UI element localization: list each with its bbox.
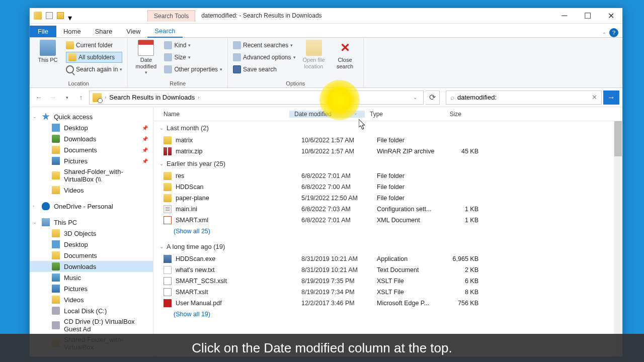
sidebar-item-downloads2[interactable]: Downloads [30, 261, 153, 272]
file-row[interactable]: matrix10/6/2022 1:57 AMFile folder [153, 135, 622, 146]
file-type: File folder [377, 184, 439, 191]
maximize-button[interactable]: ☐ [576, 8, 599, 23]
file-name: matrix.zip [176, 148, 301, 155]
all-subfolders-button[interactable]: All subfolders [66, 52, 122, 63]
file-row[interactable]: HDDScan6/8/2022 7:00 AMFile folder [153, 182, 622, 193]
qat-newfolder-icon[interactable] [57, 12, 64, 19]
gear-icon [233, 53, 241, 61]
file-row[interactable]: matrix.zip10/6/2022 1:57 AMWinRAR ZIP ar… [153, 146, 622, 157]
sidebar-item-documents[interactable]: Documents📌 [30, 144, 153, 155]
file-row[interactable]: SMART.xml6/8/2022 7:01 AMXML Document1 K… [153, 215, 622, 226]
tab-search[interactable]: Search [147, 25, 182, 38]
instruction-caption: Click on the Date modified column at the… [0, 334, 644, 362]
sidebar-item-videos[interactable]: Videos [30, 185, 153, 196]
drive-icon [52, 307, 60, 315]
recent-locations-button[interactable]: ▾ [61, 92, 73, 104]
desktop-icon [52, 124, 60, 132]
file-date: 8/31/2019 10:21 AM [301, 255, 377, 262]
tab-home[interactable]: Home [56, 26, 88, 37]
sidebar-onedrive[interactable]: ›OneDrive - Personal [30, 201, 153, 212]
star-icon [42, 113, 50, 121]
column-type[interactable]: Type [365, 111, 427, 118]
chevron-right-icon[interactable]: › [105, 95, 106, 100]
file-menu[interactable]: File [30, 26, 56, 37]
advanced-options-button[interactable]: Advanced options [233, 52, 295, 63]
address-dropdown-icon[interactable]: ⌄ [410, 95, 420, 100]
search-go-button[interactable]: → [603, 90, 619, 105]
sidebar-item-documents2[interactable]: Documents [30, 250, 153, 261]
size-button[interactable]: Size [164, 52, 222, 63]
close-button[interactable]: ✕ [599, 8, 622, 23]
group-header[interactable]: ⌄Earlier this year (25) [153, 157, 622, 170]
chevron-down-icon[interactable]: ⌄ [354, 111, 358, 116]
size-icon [164, 53, 172, 61]
file-row[interactable]: SMART_SCSI.xslt8/19/2019 7:35 PMXSLT Fil… [153, 276, 622, 287]
sidebar-item-downloads[interactable]: Downloads📌 [30, 133, 153, 144]
search-input[interactable] [457, 94, 589, 101]
sidebar-item-localdisk[interactable]: Local Disk (C:) [30, 305, 153, 316]
search-box[interactable]: ⌕ ✕ [446, 90, 602, 105]
show-all-link[interactable]: (Show all 19) [153, 309, 622, 323]
close-search-button[interactable]: ✕ Close search [332, 40, 358, 70]
sidebar-this-pc[interactable]: ⌄This PC [30, 217, 153, 228]
sidebar-item-shared[interactable]: Shared-Folder_with-VirtualBox (\\ [30, 166, 153, 185]
save-search-button[interactable]: Save search [233, 64, 295, 75]
file-type: File folder [377, 137, 439, 144]
back-button[interactable]: ← [33, 92, 45, 104]
date-modified-button[interactable]: Date modified [133, 40, 159, 75]
file-size: 1 KB [439, 217, 478, 224]
file-row[interactable]: User Manual.pdf12/2/2017 3:46 PMMicrosof… [153, 298, 622, 309]
sidebar-item-videos2[interactable]: Videos [30, 294, 153, 305]
breadcrumb[interactable]: Search Results in Downloads [109, 94, 195, 101]
kind-button[interactable]: Kind [164, 40, 222, 51]
file-row[interactable]: res6/8/2022 7:01 AMFile folder [153, 170, 622, 182]
this-pc-button[interactable]: This PC [35, 40, 61, 63]
file-row[interactable]: main.ini6/8/2022 7:03 AMConfiguration se… [153, 204, 622, 215]
help-icon[interactable]: ? [609, 28, 618, 37]
group-header[interactable]: ⌄A long time ago (19) [153, 240, 622, 253]
qat-dropdown-icon[interactable]: ▾ [68, 13, 73, 18]
recent-searches-button[interactable]: Recent searches [233, 40, 295, 51]
other-properties-button[interactable]: Other properties [164, 64, 222, 75]
search-icon [66, 65, 74, 73]
up-button[interactable]: ↑ [75, 92, 87, 104]
show-all-link[interactable]: (Show all 25) [153, 226, 622, 240]
refresh-button[interactable]: ⟳ [426, 90, 440, 105]
file-size: 6,965 KB [439, 255, 478, 262]
file-name: HDDScan.exe [176, 255, 301, 262]
column-date-modified[interactable]: Date modified⌄ [289, 111, 365, 118]
current-folder-button[interactable]: Current folder [66, 40, 122, 51]
qat-properties-icon[interactable] [46, 12, 53, 19]
address-bar[interactable]: › Search Results in Downloads › ⌄ [89, 90, 424, 105]
sidebar-item-desktop2[interactable]: Desktop [30, 239, 153, 250]
clear-search-icon[interactable]: ✕ [592, 94, 597, 101]
collapse-ribbon-icon[interactable]: ⌃ [602, 32, 606, 37]
file-row[interactable]: paper-plane5/19/2022 12:50 AMFile folder [153, 193, 622, 204]
sidebar-item-cddrive[interactable]: CD Drive (D:) VirtualBox Guest Ad [30, 316, 153, 334]
column-name[interactable]: Name [153, 111, 289, 118]
column-size[interactable]: Size [427, 111, 466, 118]
documents-icon [52, 251, 60, 259]
group-header[interactable]: ⌄Last month (2) [153, 121, 622, 135]
desktop-icon [52, 240, 60, 248]
file-date: 5/19/2022 12:50 AM [301, 195, 377, 202]
sidebar-item-pictures2[interactable]: Pictures [30, 283, 153, 294]
file-type: Application [377, 255, 439, 262]
file-row[interactable]: HDDScan.exe8/31/2019 10:21 AMApplication… [153, 253, 622, 264]
ribbon-group-location: This PC Current folder All subfolders Se… [30, 38, 128, 87]
sidebar-item-3d[interactable]: 3D Objects [30, 228, 153, 239]
folder-icon [52, 171, 60, 179]
sidebar-item-music[interactable]: Music [30, 272, 153, 283]
file-row[interactable]: SMART.xslt8/19/2019 7:34 PMXSLT File8 KB [153, 287, 622, 298]
quick-access-toolbar: ▾ [30, 12, 77, 20]
tab-share[interactable]: Share [88, 26, 120, 37]
search-again-button[interactable]: Search again in [66, 64, 122, 75]
chevron-right-icon[interactable]: › [198, 95, 199, 100]
file-row[interactable]: what's new.txt8/31/2019 10:21 AMText Doc… [153, 264, 622, 276]
tab-view[interactable]: View [119, 26, 147, 37]
cloud-icon [42, 202, 50, 210]
sidebar-item-desktop[interactable]: Desktop📌 [30, 122, 153, 133]
sidebar-quick-access[interactable]: ⌄Quick access [30, 111, 153, 122]
sidebar-item-pictures[interactable]: Pictures📌 [30, 155, 153, 166]
minimize-button[interactable]: ─ [553, 8, 576, 23]
